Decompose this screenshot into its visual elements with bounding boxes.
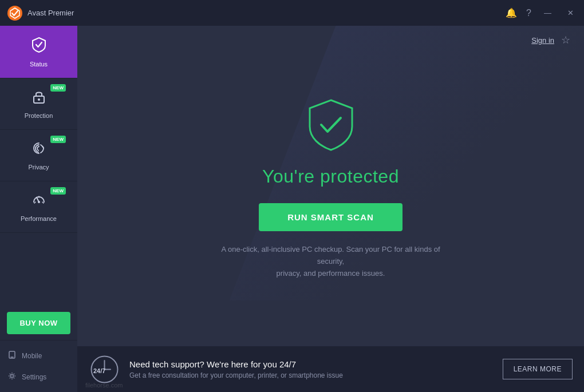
- close-button[interactable]: ✕: [564, 7, 577, 18]
- footer-banner: 24/7 Need tech support? We're here for y…: [77, 346, 584, 392]
- lock-icon: [31, 89, 47, 109]
- settings-icon: [8, 372, 16, 382]
- buy-now-button[interactable]: BUY NOW: [7, 312, 70, 334]
- watermark: filehorse.com: [85, 382, 123, 389]
- svg-text:24/7: 24/7: [93, 367, 105, 374]
- sidebar-item-mobile[interactable]: Mobile: [0, 345, 77, 366]
- star-icon[interactable]: ☆: [561, 34, 570, 46]
- mobile-icon: [8, 351, 16, 361]
- performance-new-badge: NEW: [50, 187, 66, 195]
- main-layout: Status NEW Protection NEW: [0, 26, 584, 392]
- settings-label: Settings: [22, 373, 46, 381]
- title-bar-controls: 🔔 ? — ✕: [506, 7, 577, 18]
- sidebar-item-privacy-label: Privacy: [28, 164, 49, 171]
- learn-more-button[interactable]: LEARN MORE: [503, 359, 573, 379]
- content-area: Sign in ☆ You're protected RUN SMART SCA…: [77, 26, 584, 392]
- sidebar-item-status[interactable]: Status: [0, 26, 77, 78]
- clock-icon: 24/7: [89, 354, 120, 385]
- content-header: Sign in ☆: [77, 26, 584, 54]
- protected-text: You're protected: [262, 166, 399, 187]
- scan-button[interactable]: RUN SMART SCAN: [259, 203, 403, 231]
- sidebar: Status NEW Protection NEW: [0, 26, 77, 392]
- svg-line-6: [42, 202, 44, 203]
- title-bar-left: Avast Premier: [7, 5, 74, 21]
- sidebar-item-status-label: Status: [30, 61, 48, 68]
- scan-description: A one-click, all-inclusive PC checkup. S…: [211, 244, 451, 279]
- protection-new-badge: NEW: [50, 84, 66, 92]
- svg-point-4: [38, 201, 40, 203]
- sidebar-item-performance-label: Performance: [21, 215, 57, 222]
- svg-line-5: [34, 202, 35, 203]
- title-bar: Avast Premier 🔔 ? — ✕: [0, 0, 584, 26]
- footer-title: Need tech support? We're here for you 24…: [129, 359, 494, 369]
- privacy-new-badge: NEW: [50, 136, 66, 143]
- shield-check-icon: [30, 36, 48, 57]
- sidebar-item-protection[interactable]: NEW Protection: [0, 78, 77, 130]
- notification-icon[interactable]: 🔔: [506, 7, 517, 18]
- svg-point-10: [11, 375, 14, 378]
- svg-point-2: [38, 98, 40, 101]
- avast-logo-icon: [7, 5, 23, 21]
- scan-description-line2: privacy, and performance issues.: [277, 269, 385, 278]
- minimize-button[interactable]: —: [540, 7, 555, 18]
- speedometer-icon: [31, 192, 47, 212]
- sidebar-bottom: Mobile Settings: [0, 340, 77, 392]
- footer-subtitle: Get a free consultation for your compute…: [129, 371, 494, 379]
- mobile-label: Mobile: [22, 352, 42, 360]
- sidebar-item-protection-label: Protection: [25, 112, 53, 119]
- main-content: You're protected RUN SMART SCAN A one-cl…: [77, 54, 584, 346]
- footer-text: Need tech support? We're here for you 24…: [129, 359, 494, 379]
- sidebar-item-privacy[interactable]: NEW Privacy: [0, 130, 77, 181]
- sidebar-item-settings[interactable]: Settings: [0, 366, 77, 387]
- sidebar-item-performance[interactable]: NEW Performance: [0, 181, 77, 233]
- help-icon[interactable]: ?: [526, 8, 531, 18]
- scan-description-line1: A one-click, all-inclusive PC checkup. S…: [221, 245, 440, 266]
- shield-container: [305, 98, 357, 155]
- app-title: Avast Premier: [27, 9, 74, 17]
- sign-in-link[interactable]: Sign in: [531, 36, 554, 45]
- fingerprint-icon: [31, 140, 47, 160]
- shield-protected-icon: [305, 98, 357, 152]
